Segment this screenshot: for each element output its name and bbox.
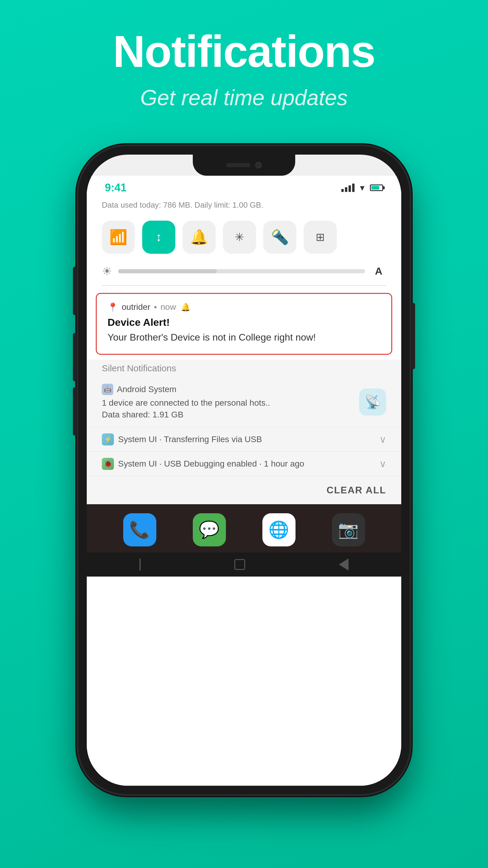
notif-title: Device Alert! xyxy=(107,316,381,328)
toggle-flashlight[interactable]: 🔦 xyxy=(263,221,296,254)
outrider-app-icon: 📍 xyxy=(107,302,118,312)
data-icon: ↕ xyxy=(156,230,162,244)
debug-icon-symbol: 🐞 xyxy=(104,460,112,468)
chevron-down-icon: ∨ xyxy=(379,434,386,445)
battery-fill xyxy=(371,186,379,190)
system-ui-debug-notification[interactable]: 🐞 System UI · USB Debugging enabled · 1 … xyxy=(87,452,401,476)
usb-system-icon: ⚡ xyxy=(102,433,114,445)
phone-mockup: 9:41 ▾ Sat, Aug 29 ⊙ xyxy=(78,146,410,794)
dock-messages-app[interactable]: 💬 xyxy=(193,513,226,547)
status-time: 9:41 xyxy=(105,181,341,194)
notif-app-name: outrider xyxy=(122,302,150,312)
dock-camera-app[interactable]: 📷 xyxy=(332,513,365,547)
data-usage-text: Data used today: 786 MB. Daily limit: 1.… xyxy=(102,200,386,210)
toggle-data[interactable]: ↕ xyxy=(142,221,175,254)
notif-bell-icon: 🔔 xyxy=(181,303,190,312)
dock-phone-app[interactable]: 📞 xyxy=(123,513,156,547)
clear-all-button[interactable]: CLEAR ALL xyxy=(327,485,386,495)
notch-speaker xyxy=(226,163,250,167)
status-icons: ▾ xyxy=(341,182,383,193)
flashlight-icon: 🔦 xyxy=(271,229,289,246)
system-ui-usb-text: System UI · Transferring Files via USB xyxy=(118,435,375,444)
highlighted-notification[interactable]: 📍 outrider • now 🔔 Device Alert! Your Br… xyxy=(96,293,392,355)
brightness-sun-icon: ☀ xyxy=(102,265,112,278)
brightness-row: ☀ A xyxy=(87,260,401,285)
toggle-bluetooth[interactable]: ✳ xyxy=(223,221,256,254)
android-system-symbol: 🤖 xyxy=(104,386,111,393)
android-system-notification[interactable]: 🤖 Android System 1 device are connected … xyxy=(87,377,401,427)
notif-header: 📍 outrider • now 🔔 xyxy=(107,302,381,312)
brightness-slider[interactable] xyxy=(118,269,365,273)
toggle-bell[interactable]: 🔔 xyxy=(183,221,216,254)
android-notif-app-row: 🤖 Android System xyxy=(102,384,353,395)
system-ui-debug-text: System UI · USB Debugging enabled · 1 ho… xyxy=(118,459,375,469)
apps-grid-icon: ⊞ xyxy=(316,231,325,244)
notification-panel[interactable]: Sat, Aug 29 ⊙ Data used today: 786 MB. D… xyxy=(87,176,401,786)
home-gesture-bar xyxy=(87,553,401,577)
nav-menu-icon[interactable] xyxy=(139,558,141,570)
app-dock: 📞 💬 🌐 📷 xyxy=(87,504,401,553)
panel-divider xyxy=(102,285,386,286)
quick-toggles-row: 📶 ↕ 🔔 ✳ 🔦 ⊞ xyxy=(87,215,401,260)
wifi-status-icon: ▾ xyxy=(360,182,364,193)
dock-chrome-app[interactable]: 🌐 xyxy=(262,513,295,547)
android-notif-text: 🤖 Android System 1 device are connected … xyxy=(102,384,353,421)
battery-icon xyxy=(370,184,383,191)
usb-icon-symbol: ⚡ xyxy=(104,435,112,443)
phone-frame: 9:41 ▾ Sat, Aug 29 ⊙ xyxy=(78,146,410,794)
nav-home-icon[interactable] xyxy=(234,559,245,570)
notif-body: Your Brother's Device is not in College … xyxy=(107,331,381,344)
bluetooth-icon: ✳ xyxy=(235,230,244,244)
clear-all-row: CLEAR ALL xyxy=(87,476,401,504)
notif-separator-dot: • xyxy=(154,302,157,312)
status-bar: 9:41 ▾ xyxy=(87,176,401,200)
page-subtitle: Get real time updates xyxy=(113,85,375,110)
toggle-wifi[interactable]: 📶 xyxy=(102,221,135,254)
wifi-icon: 📶 xyxy=(109,229,127,246)
toggle-apps[interactable]: ⊞ xyxy=(304,221,337,254)
android-notif-msg1: 1 device are connected to the personal h… xyxy=(102,397,353,409)
android-system-icon: 🤖 xyxy=(102,384,113,395)
android-notif-msg2: Data shared: 1.91 GB xyxy=(102,409,353,421)
silent-notifications-label: Silent Notifications xyxy=(87,360,401,377)
font-size-label: A xyxy=(371,265,386,277)
system-ui-usb-notification[interactable]: ⚡ System UI · Transferring Files via USB… xyxy=(87,427,401,452)
bell-icon: 🔔 xyxy=(190,229,208,246)
page-header: Notifications Get real time updates xyxy=(113,0,375,110)
hotspot-icon-badge: 📡 xyxy=(359,389,386,415)
page-title: Notifications xyxy=(113,27,375,76)
notif-time: now xyxy=(161,302,176,312)
hotspot-icon: 📡 xyxy=(364,394,381,410)
phone-screen: 9:41 ▾ Sat, Aug 29 ⊙ xyxy=(87,155,401,786)
signal-bars-icon xyxy=(341,184,355,192)
nav-back-icon[interactable] xyxy=(339,558,349,570)
debug-system-icon: 🐞 xyxy=(102,458,114,470)
notch-camera xyxy=(255,162,262,168)
phone-notch xyxy=(193,155,295,176)
chevron-down-icon-2: ∨ xyxy=(379,458,386,470)
android-app-label: Android System xyxy=(117,384,176,394)
brightness-fill xyxy=(118,269,217,273)
